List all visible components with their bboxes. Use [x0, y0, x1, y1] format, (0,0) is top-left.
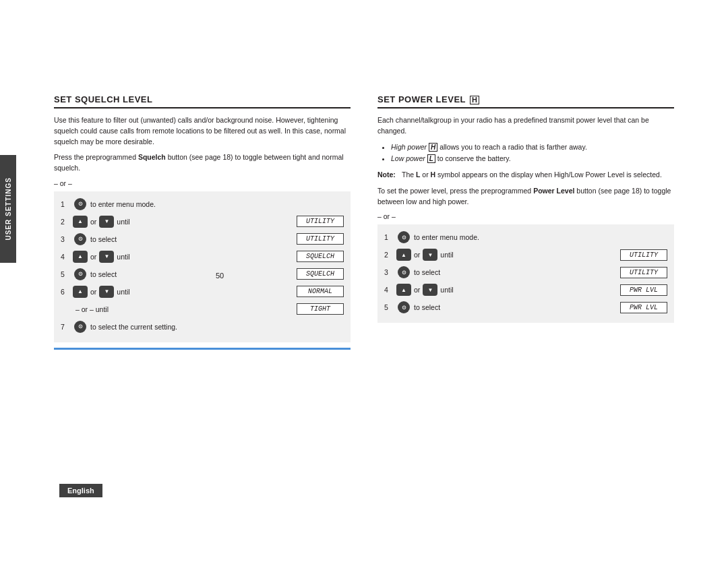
left-step-2: 2 ▲ or ▼ until UTILITY [61, 214, 344, 229]
screen-normal-6: NORMAL [297, 286, 344, 297]
right-down-arrow-4: ▼ [423, 284, 437, 296]
right-screen-utility-3: UTILITY [620, 267, 667, 278]
screen-squelch-5: SQUELCH [297, 268, 344, 280]
power-level-icon: H [470, 96, 479, 104]
right-intro-text: Each channel/talkgroup in your radio has… [377, 115, 674, 137]
right-up-arrow-4: ▲ [396, 284, 411, 296]
two-column-layout: SET SQUELCH LEVEL Use this feature to fi… [54, 94, 674, 350]
right-circle-btn-1: ⊙ [398, 231, 410, 243]
screen-squelch-4: SQUELCH [297, 251, 344, 262]
right-step-4: 4 ▲ or ▼ until PWR LVL [384, 282, 667, 297]
main-content: SET SQUELCH LEVEL Use this feature to fi… [54, 94, 674, 361]
right-up-arrow-2: ▲ [396, 249, 411, 261]
down-arrow-2: ▼ [99, 216, 114, 228]
right-section-heading: SET POWER LEVEL H [377, 94, 674, 108]
page-container: USER SETTINGS SET SQUELCH LEVEL Use this… [0, 0, 728, 562]
right-step-5: 5 ⊙ to select PWR LVL [384, 300, 667, 315]
right-screen-pwrlvl-4: PWR LVL [620, 284, 667, 296]
left-press-text: Press the preprogrammed Squelch button (… [54, 152, 351, 174]
note-text: The L or H symbol appears on the display… [402, 170, 662, 181]
right-circle-btn-3: ⊙ [398, 266, 410, 278]
right-bullet-list: High power H allows you to reach a radio… [386, 142, 674, 165]
right-screen-pwrlvl-5: PWR LVL [620, 302, 667, 313]
down-arrow-6: ▼ [99, 286, 114, 298]
right-step-3: 3 ⊙ to select UTILITY [384, 265, 667, 280]
side-tab: USER SETTINGS [0, 155, 16, 263]
right-screen-utility-2: UTILITY [620, 249, 667, 261]
bullet-high-power: High power H allows you to reach a radio… [391, 142, 674, 153]
note-block: Note: The L or H symbol appears on the d… [377, 170, 674, 181]
left-intro-text: Use this feature to filter out (unwanted… [54, 115, 351, 147]
right-step-2: 2 ▲ or ▼ until UTILITY [384, 247, 667, 262]
right-or-line: – or – [377, 212, 674, 220]
low-power-icon: L [427, 154, 435, 163]
left-step-1: 1 ⊙ to enter menu mode. [61, 197, 344, 212]
left-section-heading: SET SQUELCH LEVEL [54, 94, 351, 108]
circle-btn-5: ⊙ [74, 268, 86, 280]
left-steps-container: 1 ⊙ to enter menu mode. 2 ▲ or ▼ until U… [54, 191, 351, 342]
right-steps-container: 1 ⊙ to enter menu mode. 2 ▲ or ▼ until U… [377, 224, 674, 323]
left-step-3: 3 ⊙ to select UTILITY [61, 232, 344, 247]
down-arrow-4: ▼ [99, 251, 114, 263]
up-arrow-4: ▲ [73, 251, 88, 263]
left-step-or-tight: – or – until TIGHT [61, 302, 344, 317]
screen-utility-2: UTILITY [297, 216, 344, 227]
bullet-low-power: Low power L to conserve the battery. [391, 154, 674, 164]
left-step-5: 5 ⊙ to select SQUELCH [61, 267, 344, 282]
left-step-6: 6 ▲ or ▼ until NORMAL [61, 284, 344, 299]
bottom-blue-line [54, 348, 351, 350]
right-set-text: To set the power level, press the prepro… [377, 186, 674, 208]
note-label: Note: [377, 170, 399, 181]
side-tab-label: USER SETTINGS [5, 177, 12, 241]
screen-utility-3: UTILITY [297, 233, 344, 245]
up-arrow-2: ▲ [73, 216, 88, 228]
page-number: 50 [216, 272, 224, 280]
left-step-4: 4 ▲ or ▼ until SQUELCH [61, 249, 344, 264]
screen-tight: TIGHT [297, 303, 344, 315]
high-power-icon: H [429, 143, 437, 152]
circle-btn-1: ⊙ [74, 198, 86, 210]
right-column: SET POWER LEVEL H Each channel/talkgroup… [377, 94, 674, 350]
right-circle-btn-5: ⊙ [398, 301, 410, 313]
left-or-line: – or – [54, 179, 351, 187]
left-step-7: 7 ⊙ to select the current setting. [61, 319, 344, 334]
language-tab: English [59, 484, 102, 497]
left-column: SET SQUELCH LEVEL Use this feature to fi… [54, 94, 351, 350]
right-step-1: 1 ⊙ to enter menu mode. [384, 230, 667, 245]
circle-btn-7: ⊙ [74, 321, 86, 333]
right-down-arrow-2: ▼ [423, 249, 437, 261]
circle-btn-3: ⊙ [74, 233, 86, 245]
up-arrow-6: ▲ [73, 286, 88, 298]
